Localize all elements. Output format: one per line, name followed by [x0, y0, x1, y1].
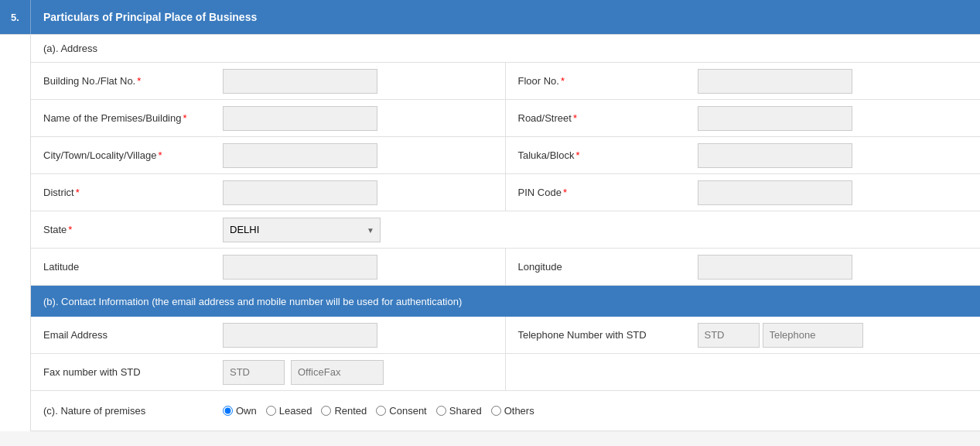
- pin-label: PIN Code*: [506, 187, 691, 198]
- floor-required: *: [561, 75, 565, 87]
- nature-leased-option[interactable]: Leased: [266, 405, 312, 417]
- telephone-std-input[interactable]: [698, 323, 760, 348]
- district-input[interactable]: [223, 180, 377, 205]
- premises-input-wrapper: [217, 106, 505, 131]
- taluka-input-wrapper: [691, 143, 981, 168]
- premises-input[interactable]: [223, 106, 377, 131]
- latitude-input-wrapper: [217, 255, 505, 280]
- building-col: Building No./Flat No.*: [31, 63, 506, 99]
- floor-no-input[interactable]: [698, 69, 852, 94]
- email-input-wrapper: [217, 323, 505, 348]
- city-taluka-row: City/Town/Locality/Village* Taluka/Block…: [31, 137, 980, 174]
- nature-others-label: Others: [504, 405, 534, 417]
- pin-input-wrapper: [691, 180, 981, 205]
- lat-col: Latitude: [31, 249, 506, 285]
- nature-row: (c). Nature of premises Own Leased: [31, 391, 980, 431]
- latitude-input[interactable]: [223, 255, 377, 280]
- fax-std-input[interactable]: [223, 360, 285, 385]
- fax-row: Fax number with STD: [31, 354, 980, 391]
- form-content: (a). Address Building No./Flat No.* Floo…: [31, 35, 980, 431]
- road-col: Road/Street*: [506, 100, 981, 136]
- nature-leased-radio[interactable]: [266, 406, 276, 416]
- section-header: 5. Particulars of Principal Place of Bus…: [0, 0, 980, 34]
- nature-consent-label: Consent: [389, 405, 426, 417]
- floor-no-label: Floor No.*: [506, 75, 691, 87]
- state-label: State*: [31, 224, 217, 235]
- telephone-label: Telephone Number with STD: [506, 329, 691, 341]
- premises-col: Name of the Premises/Building*: [31, 100, 506, 136]
- nature-consent-radio[interactable]: [376, 406, 386, 416]
- fax-label: Fax number with STD: [31, 366, 217, 378]
- state-select[interactable]: DELHI ANDHRA PRADESH MAHARASHTRA KARNATA…: [223, 218, 381, 242]
- fax-col: Fax number with STD: [31, 354, 506, 390]
- nature-own-option[interactable]: Own: [223, 405, 257, 417]
- nature-label: (c). Nature of premises: [31, 405, 217, 417]
- nature-rented-label: Rented: [334, 405, 367, 417]
- building-no-label: Building No./Flat No.*: [31, 75, 217, 87]
- nature-radio-group: Own Leased Rented Consent: [223, 405, 974, 417]
- premises-label: Name of the Premises/Building*: [31, 112, 217, 124]
- telephone-number-input[interactable]: [763, 323, 863, 348]
- longitude-input[interactable]: [698, 255, 852, 280]
- floor-col: Floor No.*: [506, 63, 981, 99]
- city-input[interactable]: [223, 143, 377, 168]
- state-required: *: [68, 224, 72, 235]
- taluka-input[interactable]: [698, 143, 852, 168]
- district-input-wrapper: [217, 180, 505, 205]
- pin-col: PIN Code*: [506, 174, 981, 211]
- email-tel-row: Email Address Telephone Number with STD: [31, 317, 980, 354]
- district-pin-row: District* PIN Code*: [31, 174, 980, 211]
- email-col: Email Address: [31, 317, 506, 353]
- fax-empty-col: [506, 354, 981, 390]
- latitude-label: Latitude: [31, 261, 217, 273]
- road-input[interactable]: [698, 106, 852, 131]
- nature-shared-option[interactable]: Shared: [436, 405, 482, 417]
- building-required: *: [137, 75, 141, 87]
- section-number: 5.: [0, 0, 31, 34]
- email-label: Email Address: [31, 329, 217, 341]
- city-col: City/Town/Locality/Village*: [31, 137, 506, 173]
- nature-rented-option[interactable]: Rented: [321, 405, 367, 417]
- building-no-input[interactable]: [223, 69, 377, 94]
- building-floor-row: Building No./Flat No.* Floor No.*: [31, 63, 980, 100]
- pin-input[interactable]: [698, 180, 852, 205]
- road-required: *: [573, 112, 577, 124]
- taluka-label: Taluka/Block*: [506, 149, 691, 161]
- address-label: (a). Address: [31, 35, 980, 63]
- nature-own-radio[interactable]: [223, 406, 233, 416]
- nature-shared-label: Shared: [449, 405, 482, 417]
- fax-number-input[interactable]: [291, 360, 384, 385]
- telephone-col: Telephone Number with STD: [506, 317, 981, 353]
- floor-no-input-wrapper: [691, 69, 981, 94]
- fax-input-wrapper: [217, 360, 505, 385]
- district-col: District*: [31, 174, 506, 211]
- city-required: *: [158, 149, 162, 161]
- section-title: Particulars of Principal Place of Busine…: [31, 0, 980, 34]
- contact-sub-header: (b). Contact Information (the email addr…: [31, 286, 980, 317]
- left-border: [0, 35, 31, 431]
- longitude-input-wrapper: [691, 255, 981, 280]
- taluka-col: Taluka/Block*: [506, 137, 981, 173]
- pin-required: *: [563, 187, 567, 198]
- district-required: *: [76, 187, 80, 198]
- building-no-input-wrapper: [217, 69, 505, 94]
- city-label: City/Town/Locality/Village*: [31, 149, 217, 161]
- nature-leased-label: Leased: [279, 405, 312, 417]
- road-input-wrapper: [691, 106, 981, 131]
- long-col: Longitude: [506, 249, 981, 285]
- nature-shared-radio[interactable]: [436, 406, 446, 416]
- nature-others-radio[interactable]: [491, 406, 501, 416]
- state-input-wrapper: DELHI ANDHRA PRADESH MAHARASHTRA KARNATA…: [217, 218, 387, 242]
- premises-required: *: [183, 112, 186, 124]
- nature-consent-option[interactable]: Consent: [376, 405, 426, 417]
- state-select-wrapper: DELHI ANDHRA PRADESH MAHARASHTRA KARNATA…: [223, 218, 381, 242]
- lat-long-row: Latitude Longitude: [31, 249, 980, 286]
- nature-options: Own Leased Rented Consent: [217, 405, 980, 417]
- state-row: State* DELHI ANDHRA PRADESH MAHARASHTRA …: [31, 211, 980, 249]
- nature-others-option[interactable]: Others: [491, 405, 534, 417]
- email-input[interactable]: [223, 323, 377, 348]
- city-input-wrapper: [217, 143, 505, 168]
- road-label: Road/Street*: [506, 112, 691, 124]
- nature-rented-radio[interactable]: [321, 406, 331, 416]
- district-label: District*: [31, 187, 217, 198]
